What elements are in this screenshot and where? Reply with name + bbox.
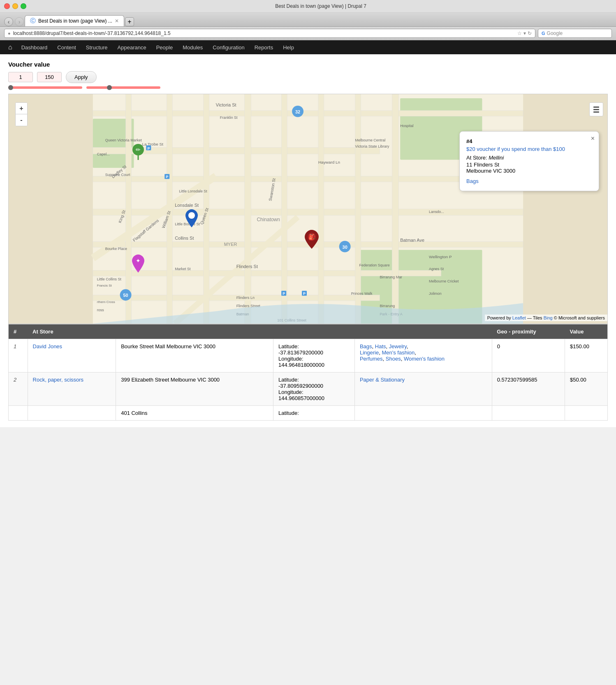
row1-store-link[interactable]: David Jones bbox=[33, 343, 63, 349]
tag-shoes[interactable]: Shoes bbox=[386, 356, 401, 362]
nav-people[interactable]: People bbox=[151, 40, 178, 54]
popup-store: At Store: Mellini bbox=[466, 155, 592, 161]
nav-configuration[interactable]: Configuration bbox=[208, 40, 249, 54]
map-pin-red[interactable]: 🎒 bbox=[305, 230, 319, 250]
minimize-button[interactable] bbox=[12, 3, 18, 9]
nav-modules[interactable]: Modules bbox=[178, 40, 208, 54]
nav-help[interactable]: Help bbox=[278, 40, 299, 54]
address-bar: ● localhost:8888/drupal7/best-deals-in-t… bbox=[0, 27, 616, 40]
maximize-button[interactable] bbox=[21, 3, 26, 9]
tag-hats[interactable]: Hats bbox=[375, 343, 386, 349]
svg-text:P: P bbox=[147, 146, 150, 150]
layers-icon bbox=[592, 105, 600, 113]
url-actions: ☆ ▾ ↻ bbox=[517, 30, 532, 36]
tag-lingerie[interactable]: Lingerie bbox=[360, 349, 379, 356]
bookmark-icon[interactable]: ☆ bbox=[517, 30, 522, 36]
popup-deal: $20 voucher if you spend more than $100 bbox=[466, 146, 592, 152]
popup-address-line1: 11 Flinders St bbox=[466, 162, 499, 168]
new-tab-button[interactable]: + bbox=[125, 17, 134, 26]
voucher-max-input[interactable] bbox=[37, 72, 62, 82]
svg-text:Agnes St: Agnes St bbox=[429, 267, 444, 271]
map-pin-green[interactable]: ✏ bbox=[132, 143, 144, 161]
home-nav-icon[interactable]: ⌂ bbox=[4, 44, 16, 51]
nav-appearance[interactable]: Appearance bbox=[113, 40, 151, 54]
attribution-bing-link[interactable]: Bing bbox=[544, 315, 553, 320]
svg-text:Francis St: Francis St bbox=[97, 284, 112, 287]
url-bar[interactable]: ● localhost:8888/drupal7/best-deals-in-t… bbox=[4, 29, 535, 38]
active-tab[interactable]: Ⓒ Best Deals in town (page View) ... ✕ bbox=[25, 15, 124, 26]
map-pin-blue[interactable] bbox=[185, 209, 198, 229]
popup-store-name: Mellini bbox=[489, 155, 504, 161]
popup-tag-bags[interactable]: Bags bbox=[466, 178, 592, 184]
voucher-max-slider[interactable] bbox=[86, 86, 160, 89]
tag-bags[interactable]: Bags bbox=[360, 343, 372, 349]
nav-reports[interactable]: Reports bbox=[250, 40, 278, 54]
svg-text:Capel...: Capel... bbox=[97, 152, 110, 156]
row2-store-link[interactable]: Rock, paper, scissors bbox=[33, 377, 84, 383]
close-button[interactable] bbox=[4, 3, 10, 9]
tab-bar: ‹ › Ⓒ Best Deals in town (page View) ...… bbox=[0, 13, 616, 27]
tag-perfumes[interactable]: Perfumes bbox=[360, 356, 383, 362]
svg-rect-18 bbox=[392, 94, 398, 324]
row1-address: Bourke Street Mall Melbourne VIC 3000 bbox=[116, 339, 273, 373]
popup-number: #4 bbox=[466, 138, 592, 144]
map-layers-button[interactable] bbox=[589, 102, 603, 116]
tab-close-icon[interactable]: ✕ bbox=[115, 18, 119, 24]
zoom-out-button[interactable]: - bbox=[16, 114, 27, 126]
svg-text:Market St: Market St bbox=[175, 267, 191, 271]
nav-content[interactable]: Content bbox=[52, 40, 81, 54]
svg-rect-78 bbox=[593, 109, 599, 110]
range-slider-container bbox=[8, 86, 608, 89]
svg-text:Princes Walk: Princes Walk bbox=[351, 292, 373, 296]
map-popup: × #4 $20 voucher if you spend more than … bbox=[459, 131, 599, 191]
row3-coords: Latitude: bbox=[273, 406, 354, 421]
row1-store: David Jones bbox=[28, 339, 116, 373]
tag-womens-fashion[interactable]: Women's fashion bbox=[404, 356, 445, 362]
tag-paper-stationary[interactable]: Paper & Stationary bbox=[360, 377, 405, 383]
svg-rect-77 bbox=[593, 106, 599, 108]
table-row: 1 David Jones Bourke Street Mall Melbour… bbox=[9, 339, 608, 373]
attribution-leaflet-link[interactable]: Leaflet bbox=[512, 315, 526, 320]
popup-address-line2: Melbourne VIC 3000 bbox=[466, 168, 515, 174]
svg-text:Flinders St: Flinders St bbox=[236, 264, 258, 269]
drupal-favicon: Ⓒ bbox=[30, 17, 36, 25]
map-controls: + - bbox=[15, 102, 28, 126]
svg-rect-11 bbox=[126, 94, 132, 324]
tag-jewelry[interactable]: Jewelry bbox=[389, 343, 407, 349]
voucher-section: Voucher value Apply bbox=[8, 61, 608, 89]
svg-text:Little Collins St: Little Collins St bbox=[97, 277, 122, 281]
forward-button[interactable]: › bbox=[15, 17, 24, 26]
row3-geo bbox=[492, 406, 565, 421]
row3-num bbox=[9, 406, 28, 421]
row2-tags: Paper & Stationary bbox=[354, 373, 492, 406]
voucher-min-input[interactable] bbox=[8, 72, 33, 82]
svg-text:Collins St: Collins St bbox=[175, 236, 194, 241]
search-bar[interactable]: G Google bbox=[538, 29, 612, 38]
popup-close-button[interactable]: × bbox=[591, 135, 595, 142]
attribution-copy: © Microsoft and suppliers bbox=[554, 315, 605, 320]
voucher-min-slider[interactable] bbox=[8, 86, 82, 89]
apply-button[interactable]: Apply bbox=[66, 71, 97, 83]
nav-structure[interactable]: Structure bbox=[81, 40, 113, 54]
svg-text:Queen Victoria Market: Queen Victoria Market bbox=[105, 138, 142, 142]
reload-icon[interactable]: ↻ bbox=[528, 30, 532, 36]
back-button[interactable]: ‹ bbox=[4, 17, 13, 26]
row2-num: 2 bbox=[9, 373, 28, 406]
window-title: Best Deals in town (page View) | Drupal … bbox=[30, 3, 612, 9]
row2-store: Rock, paper, scissors bbox=[28, 373, 116, 406]
svg-text:Franklin St: Franklin St bbox=[220, 116, 238, 120]
svg-text:MYER: MYER bbox=[224, 242, 237, 247]
svg-text:Lansdo...: Lansdo... bbox=[429, 210, 444, 214]
row3-tags bbox=[354, 406, 492, 421]
dropdown-icon[interactable]: ▾ bbox=[523, 30, 526, 36]
map-pin-pink[interactable]: ✦ bbox=[132, 255, 144, 274]
nav-dashboard[interactable]: Dashboard bbox=[16, 40, 53, 54]
zoom-in-button[interactable]: + bbox=[16, 103, 27, 114]
svg-text:Victoria St: Victoria St bbox=[216, 102, 236, 107]
svg-text:La Trobe St: La Trobe St bbox=[142, 142, 163, 146]
svg-point-82 bbox=[188, 212, 195, 219]
svg-text:rthern Cross: rthern Cross bbox=[97, 300, 115, 304]
svg-rect-4 bbox=[93, 111, 523, 116]
tag-mens-fashion[interactable]: Men's fashion bbox=[382, 349, 415, 356]
svg-text:Flinders Ln: Flinders Ln bbox=[236, 296, 255, 300]
